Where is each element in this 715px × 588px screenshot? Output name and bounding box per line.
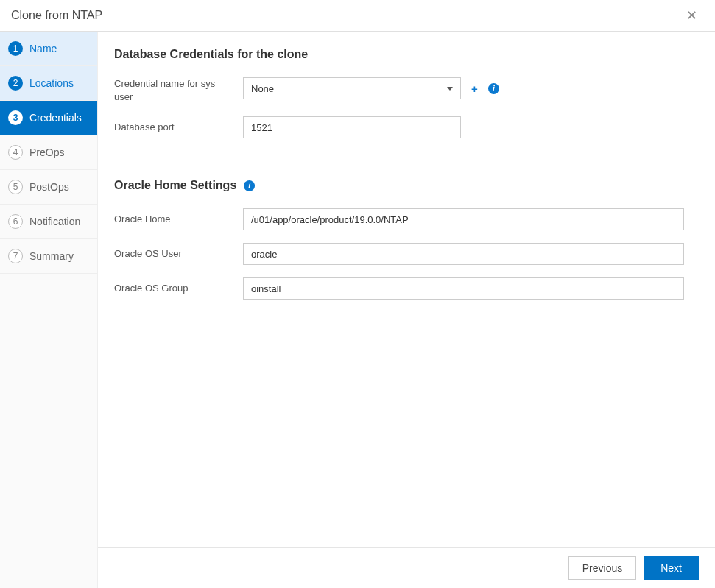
step-number: 5 <box>8 180 23 194</box>
oracle-os-group-label: Oracle OS Group <box>114 282 243 295</box>
step-number: 2 <box>8 76 23 91</box>
credentials-section-title: Database Credentials for the clone <box>114 48 687 61</box>
previous-button[interactable]: Previous <box>568 556 636 580</box>
dialog-title: Clone from NTAP <box>11 9 102 22</box>
add-credential-button[interactable]: + <box>471 82 478 95</box>
oracle-home-input[interactable] <box>243 208 684 230</box>
close-button[interactable]: ✕ <box>682 6 702 25</box>
step-label: PostOps <box>29 181 69 193</box>
step-number: 7 <box>8 249 23 263</box>
info-icon: i <box>248 181 250 190</box>
oracle-home-info-button[interactable]: i <box>244 180 255 191</box>
step-name[interactable]: 1 Name <box>0 32 97 66</box>
plus-icon: + <box>471 82 478 95</box>
step-number: 4 <box>8 145 23 160</box>
step-label: PreOps <box>29 146 64 158</box>
step-label: Notification <box>29 216 80 227</box>
step-locations[interactable]: 2 Locations <box>0 66 97 101</box>
next-button[interactable]: Next <box>644 556 699 580</box>
step-number: 3 <box>8 110 23 125</box>
info-icon: i <box>493 84 495 93</box>
chevron-down-icon <box>447 87 453 91</box>
wizard-sidebar: 1 Name 2 Locations 3 Credentials 4 PreOp… <box>0 32 98 588</box>
database-port-input[interactable] <box>243 116 461 138</box>
database-port-label: Database port <box>114 121 243 134</box>
close-icon: ✕ <box>686 8 697 23</box>
step-label: Locations <box>29 77 74 89</box>
credential-info-button[interactable]: i <box>488 83 499 94</box>
step-label: Credentials <box>29 112 82 124</box>
credential-name-dropdown[interactable]: None <box>243 77 461 99</box>
step-credentials[interactable]: 3 Credentials <box>0 101 97 135</box>
step-label: Summary <box>29 250 74 262</box>
oracle-home-section-title-text: Oracle Home Settings <box>114 179 236 192</box>
wizard-content: Database Credentials for the clone Crede… <box>98 32 715 547</box>
oracle-home-label: Oracle Home <box>114 213 243 226</box>
oracle-os-group-input[interactable] <box>243 277 684 300</box>
step-number: 6 <box>8 214 23 229</box>
dialog-header: Clone from NTAP ✕ <box>0 0 715 32</box>
step-notification[interactable]: 6 Notification <box>0 205 97 239</box>
step-label: Name <box>29 43 57 54</box>
credential-name-label: Credential name for sys user <box>114 77 243 104</box>
oracle-os-user-input[interactable] <box>243 243 684 265</box>
step-summary[interactable]: 7 Summary <box>0 239 97 274</box>
oracle-home-section-title: Oracle Home Settings i <box>114 179 687 192</box>
wizard-footer: Previous Next <box>98 547 715 588</box>
credential-name-value: None <box>251 83 274 94</box>
step-postops[interactable]: 5 PostOps <box>0 170 97 205</box>
step-number: 1 <box>8 41 23 56</box>
step-preops[interactable]: 4 PreOps <box>0 135 97 170</box>
oracle-os-user-label: Oracle OS User <box>114 247 243 261</box>
